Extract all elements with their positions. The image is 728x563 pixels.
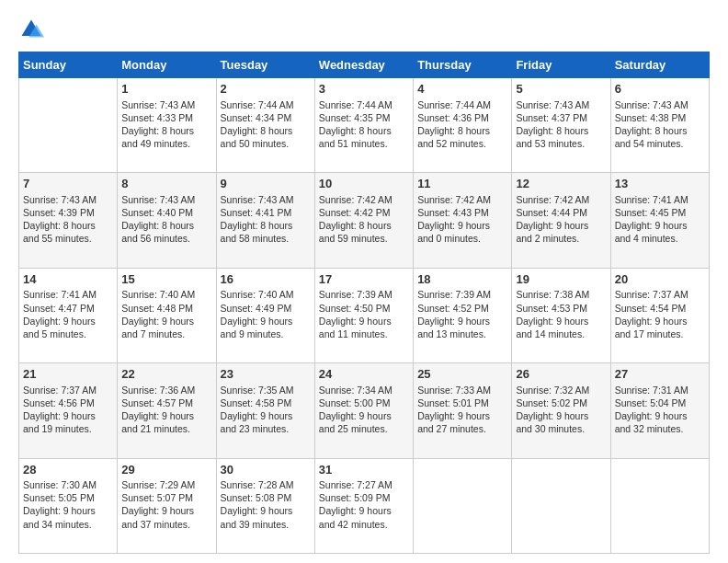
day-info: Sunrise: 7:43 AMSunset: 4:38 PMDaylight:…	[615, 99, 688, 150]
day-info: Sunrise: 7:42 AMSunset: 4:42 PMDaylight:…	[319, 194, 392, 245]
day-info: Sunrise: 7:38 AMSunset: 4:53 PMDaylight:…	[516, 289, 589, 339]
calendar-cell: 30Sunrise: 7:28 AMSunset: 5:08 PMDayligh…	[216, 458, 314, 553]
weekday-header-sunday: Sunday	[19, 52, 118, 78]
day-number: 21	[23, 366, 113, 383]
day-info: Sunrise: 7:28 AMSunset: 5:08 PMDaylight:…	[221, 479, 294, 530]
day-info: Sunrise: 7:29 AMSunset: 5:07 PMDaylight:…	[121, 479, 195, 530]
day-info: Sunrise: 7:42 AMSunset: 4:43 PMDaylight:…	[417, 194, 491, 245]
week-row-1: 7Sunrise: 7:43 AMSunset: 4:39 PMDaylight…	[19, 173, 710, 268]
calendar-cell: 19Sunrise: 7:38 AMSunset: 4:53 PMDayligh…	[512, 268, 610, 362]
day-info: Sunrise: 7:43 AMSunset: 4:40 PMDaylight:…	[121, 194, 195, 245]
weekday-header-saturday: Saturday	[610, 52, 709, 78]
day-number: 24	[319, 366, 409, 383]
calendar-cell: 10Sunrise: 7:42 AMSunset: 4:42 PMDayligh…	[314, 173, 413, 268]
calendar-cell: 8Sunrise: 7:43 AMSunset: 4:40 PMDaylight…	[118, 173, 216, 268]
calendar-cell	[512, 458, 610, 553]
calendar-cell: 31Sunrise: 7:27 AMSunset: 5:09 PMDayligh…	[314, 458, 413, 553]
calendar-cell: 18Sunrise: 7:39 AMSunset: 4:52 PMDayligh…	[414, 268, 512, 362]
day-number: 10	[319, 176, 409, 192]
weekday-header-friday: Friday	[512, 52, 610, 78]
day-number: 14	[23, 271, 113, 288]
day-number: 20	[615, 271, 705, 288]
calendar-cell: 22Sunrise: 7:36 AMSunset: 4:57 PMDayligh…	[118, 363, 216, 458]
day-info: Sunrise: 7:41 AMSunset: 4:47 PMDaylight:…	[23, 289, 97, 339]
day-info: Sunrise: 7:37 AMSunset: 4:54 PMDaylight:…	[615, 289, 688, 339]
week-row-3: 21Sunrise: 7:37 AMSunset: 4:56 PMDayligh…	[19, 363, 710, 458]
day-number: 16	[221, 271, 311, 288]
calendar-cell: 13Sunrise: 7:41 AMSunset: 4:45 PMDayligh…	[610, 173, 709, 268]
day-number: 29	[121, 462, 211, 478]
day-number: 11	[417, 176, 507, 192]
calendar-cell: 12Sunrise: 7:42 AMSunset: 4:44 PMDayligh…	[512, 173, 610, 268]
calendar-cell: 24Sunrise: 7:34 AMSunset: 5:00 PMDayligh…	[314, 363, 413, 458]
weekday-header-tuesday: Tuesday	[216, 52, 314, 78]
logo-icon	[18, 17, 44, 42]
day-number: 8	[121, 176, 211, 192]
day-number: 17	[319, 271, 409, 288]
day-number: 5	[516, 81, 606, 98]
day-number: 9	[221, 176, 311, 192]
calendar-cell: 29Sunrise: 7:29 AMSunset: 5:07 PMDayligh…	[118, 458, 216, 553]
day-info: Sunrise: 7:44 AMSunset: 4:35 PMDaylight:…	[319, 99, 392, 150]
calendar-cell	[19, 78, 118, 173]
day-number: 18	[417, 271, 507, 288]
week-row-0: 1Sunrise: 7:43 AMSunset: 4:33 PMDaylight…	[19, 78, 710, 173]
calendar-cell: 7Sunrise: 7:43 AMSunset: 4:39 PMDaylight…	[19, 173, 118, 268]
day-info: Sunrise: 7:34 AMSunset: 5:00 PMDaylight:…	[319, 385, 392, 435]
day-info: Sunrise: 7:43 AMSunset: 4:41 PMDaylight:…	[221, 194, 294, 245]
calendar-cell: 15Sunrise: 7:40 AMSunset: 4:48 PMDayligh…	[118, 268, 216, 362]
day-info: Sunrise: 7:43 AMSunset: 4:33 PMDaylight:…	[121, 99, 195, 150]
calendar-cell: 20Sunrise: 7:37 AMSunset: 4:54 PMDayligh…	[610, 268, 709, 362]
calendar-cell: 17Sunrise: 7:39 AMSunset: 4:50 PMDayligh…	[314, 268, 413, 362]
day-info: Sunrise: 7:27 AMSunset: 5:09 PMDaylight:…	[319, 479, 392, 530]
calendar-cell: 23Sunrise: 7:35 AMSunset: 4:58 PMDayligh…	[216, 363, 314, 458]
day-info: Sunrise: 7:44 AMSunset: 4:34 PMDaylight:…	[221, 99, 294, 150]
day-info: Sunrise: 7:39 AMSunset: 4:52 PMDaylight:…	[417, 289, 491, 339]
day-number: 25	[417, 366, 507, 383]
weekday-header-row: SundayMondayTuesdayWednesdayThursdayFrid…	[19, 52, 710, 78]
week-row-2: 14Sunrise: 7:41 AMSunset: 4:47 PMDayligh…	[19, 268, 710, 362]
day-number: 12	[516, 176, 606, 192]
day-number: 27	[615, 366, 705, 383]
day-number: 4	[417, 81, 507, 98]
day-number: 22	[121, 366, 211, 383]
calendar-cell: 21Sunrise: 7:37 AMSunset: 4:56 PMDayligh…	[19, 363, 118, 458]
day-number: 6	[615, 81, 705, 98]
calendar-cell	[414, 458, 512, 553]
day-number: 30	[221, 462, 311, 478]
day-number: 3	[319, 81, 409, 98]
weekday-header-thursday: Thursday	[414, 52, 512, 78]
page: SundayMondayTuesdayWednesdayThursdayFrid…	[0, 0, 728, 563]
day-info: Sunrise: 7:31 AMSunset: 5:04 PMDaylight:…	[615, 385, 688, 435]
weekday-header-wednesday: Wednesday	[314, 52, 413, 78]
day-number: 7	[23, 176, 113, 192]
day-info: Sunrise: 7:43 AMSunset: 4:39 PMDaylight:…	[23, 194, 97, 245]
calendar-cell: 26Sunrise: 7:32 AMSunset: 5:02 PMDayligh…	[512, 363, 610, 458]
calendar-cell	[610, 458, 709, 553]
day-number: 28	[23, 462, 113, 478]
calendar-cell: 6Sunrise: 7:43 AMSunset: 4:38 PMDaylight…	[610, 78, 709, 173]
day-info: Sunrise: 7:39 AMSunset: 4:50 PMDaylight:…	[319, 289, 392, 339]
week-row-4: 28Sunrise: 7:30 AMSunset: 5:05 PMDayligh…	[19, 458, 710, 553]
logo	[18, 17, 48, 42]
calendar-cell: 14Sunrise: 7:41 AMSunset: 4:47 PMDayligh…	[19, 268, 118, 362]
day-info: Sunrise: 7:43 AMSunset: 4:37 PMDaylight:…	[516, 99, 589, 150]
day-number: 26	[516, 366, 606, 383]
calendar-cell: 3Sunrise: 7:44 AMSunset: 4:35 PMDaylight…	[314, 78, 413, 173]
day-number: 19	[516, 271, 606, 288]
calendar: SundayMondayTuesdayWednesdayThursdayFrid…	[18, 52, 710, 554]
day-number: 1	[121, 81, 211, 98]
calendar-cell: 4Sunrise: 7:44 AMSunset: 4:36 PMDaylight…	[414, 78, 512, 173]
calendar-cell: 2Sunrise: 7:44 AMSunset: 4:34 PMDaylight…	[216, 78, 314, 173]
day-info: Sunrise: 7:30 AMSunset: 5:05 PMDaylight:…	[23, 479, 97, 530]
weekday-header-monday: Monday	[118, 52, 216, 78]
day-info: Sunrise: 7:32 AMSunset: 5:02 PMDaylight:…	[516, 385, 589, 435]
day-info: Sunrise: 7:36 AMSunset: 4:57 PMDaylight:…	[121, 385, 195, 435]
day-number: 13	[615, 176, 705, 192]
day-info: Sunrise: 7:40 AMSunset: 4:48 PMDaylight:…	[121, 289, 195, 339]
calendar-cell: 27Sunrise: 7:31 AMSunset: 5:04 PMDayligh…	[610, 363, 709, 458]
calendar-cell: 9Sunrise: 7:43 AMSunset: 4:41 PMDaylight…	[216, 173, 314, 268]
day-info: Sunrise: 7:35 AMSunset: 4:58 PMDaylight:…	[221, 385, 294, 435]
day-info: Sunrise: 7:41 AMSunset: 4:45 PMDaylight:…	[615, 194, 688, 245]
day-number: 23	[221, 366, 311, 383]
